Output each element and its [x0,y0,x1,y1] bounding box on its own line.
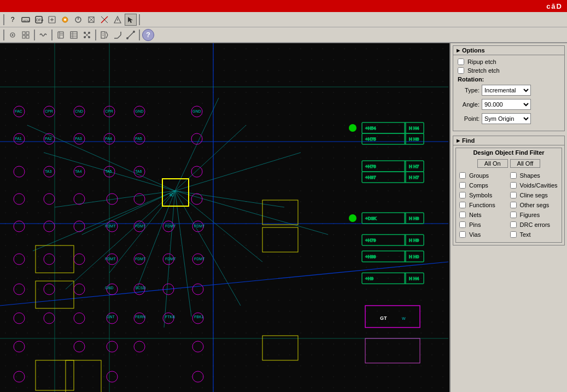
nets-checkbox[interactable] [459,212,466,218]
tool-icon-7[interactable] [98,14,110,26]
pins-row: Pins [459,221,508,228]
main-layout: IC GT W [0,43,567,392]
point-select[interactable]: Sym Origin Cursor [482,113,531,124]
netlist-icon[interactable] [81,29,93,41]
tool-icon-4[interactable] [59,14,71,26]
symbols-checkbox[interactable] [459,192,466,198]
voids-checkbox[interactable] [510,182,517,189]
svg-text:H H7: H H7 [409,175,419,180]
svg-text:PA1: PA1 [15,137,22,141]
angle-select[interactable]: 90.000 45.000 180.000 [482,99,531,110]
other-segs-row: Other segs [510,202,559,208]
tool-icon-1[interactable]: ADV [20,14,32,26]
book-icon[interactable] [55,29,67,41]
shapes-row: Shapes [510,172,559,179]
tb-sep-5 [51,30,52,40]
drc-errors-label: DRC errors [520,221,551,228]
functions-row: Functions [459,202,508,208]
svg-line-42 [106,32,108,35]
shapes-checkbox[interactable] [510,172,517,179]
groups-checkbox[interactable] [459,172,466,179]
svg-text:+H89: +H89 [365,254,376,259]
all-off-button[interactable]: All Off [510,159,541,168]
drc-errors-checkbox[interactable] [510,221,517,228]
svg-point-93 [349,214,356,222]
help2-icon[interactable]: ? [142,29,154,41]
svg-text:H H8: H H8 [409,216,419,221]
svg-text:FDMT: FDMT [194,257,205,261]
comps-checkbox[interactable] [459,182,466,189]
svg-text:FDMT: FDMT [105,257,116,261]
type-select[interactable]: Incremental Absolute [482,85,531,96]
tool-icon-5[interactable] [72,14,84,26]
pins-checkbox[interactable] [459,221,466,228]
svg-text:H H7: H H7 [409,164,419,169]
svg-rect-52 [0,43,449,392]
stretch-etch-checkbox[interactable] [458,67,464,74]
toolbar-area: ? ADV DFA [0,12,567,43]
other-segs-checkbox[interactable] [510,202,517,208]
comps-label: Comps [469,182,488,189]
options-title: Options [453,46,564,55]
cursor-icon[interactable] [125,14,137,26]
drc-icon[interactable] [98,29,110,41]
svg-point-49 [133,31,135,33]
svg-text:FDMT: FDMT [105,224,116,228]
find-buttons: All On All Off [458,159,559,168]
svg-text:CPR: CPR [105,109,113,113]
svg-text:PA4: PA4 [105,137,112,141]
svg-text:PA5: PA5 [135,137,142,141]
svg-text:+H97: +H97 [365,175,376,180]
ripup-etch-row: Ripup etch [458,58,560,65]
tool-icon-3[interactable] [46,14,58,26]
svg-text:TA6: TA6 [135,169,142,173]
nets-row: Nets [459,212,508,218]
functions-checkbox[interactable] [459,202,466,208]
vias-checkbox[interactable] [459,231,466,238]
svg-text:FDMT: FDMT [165,224,176,228]
tool-icon-8[interactable] [112,14,124,26]
pcb-canvas-area[interactable]: IC GT W [0,43,449,392]
grid-icon[interactable] [20,29,32,41]
svg-text:+H75: +H75 [365,137,376,142]
tool-icon-2[interactable]: DFA [33,14,45,26]
svg-text:H H6: H H6 [409,137,419,142]
svg-line-45 [118,35,121,38]
help-icon[interactable]: ? [7,14,19,26]
top-bar: cāD [0,0,567,12]
svg-text:DFA: DFA [36,18,43,22]
shapes-label: Shapes [520,172,540,179]
text-checkbox[interactable] [510,231,517,238]
ripup-etch-checkbox[interactable] [458,58,464,65]
groups-row: Groups [459,172,508,179]
svg-text:TA3: TA3 [45,169,51,173]
snap-icon[interactable] [7,29,19,41]
voids-label: Voids/Cavities [520,182,558,189]
vias-row: Vias [459,231,508,238]
figures-checkbox[interactable] [510,212,517,218]
type-row: Type: Incremental Absolute [458,85,560,96]
route1-icon[interactable] [112,29,124,41]
cline-segs-checkbox[interactable] [510,192,517,198]
svg-text:TA5: TA5 [105,169,112,173]
wave-icon[interactable] [37,29,49,41]
all-on-button[interactable]: All On [477,159,508,168]
tool-icon-6[interactable] [85,14,97,26]
find-title: Find [453,136,564,145]
rotation-section: Rotation: Type: Incremental Absolute Ang… [458,76,560,124]
cline-segs-row: Cline segs [510,192,559,198]
bom-icon[interactable] [68,29,80,41]
svg-rect-23 [22,36,25,38]
find-inner: Design Object Find Filter All On All Off… [455,148,562,243]
svg-text:FERN: FERN [135,315,145,319]
svg-text:FDMT: FDMT [135,257,146,261]
cline-segs-label: Cline segs [520,192,548,198]
svg-text:+H54: +H54 [365,126,376,131]
svg-text:FDMT: FDMT [194,224,205,228]
route2-icon[interactable] [125,29,137,41]
find-section: Find Design Object Find Filter All On Al… [453,136,565,245]
svg-text:+D3K: +D3K [365,216,377,221]
ripup-etch-label: Ripup etch [467,58,496,65]
options-section: Options Ripup etch Stretch etch Rotation… [453,45,565,131]
svg-rect-21 [22,32,25,34]
